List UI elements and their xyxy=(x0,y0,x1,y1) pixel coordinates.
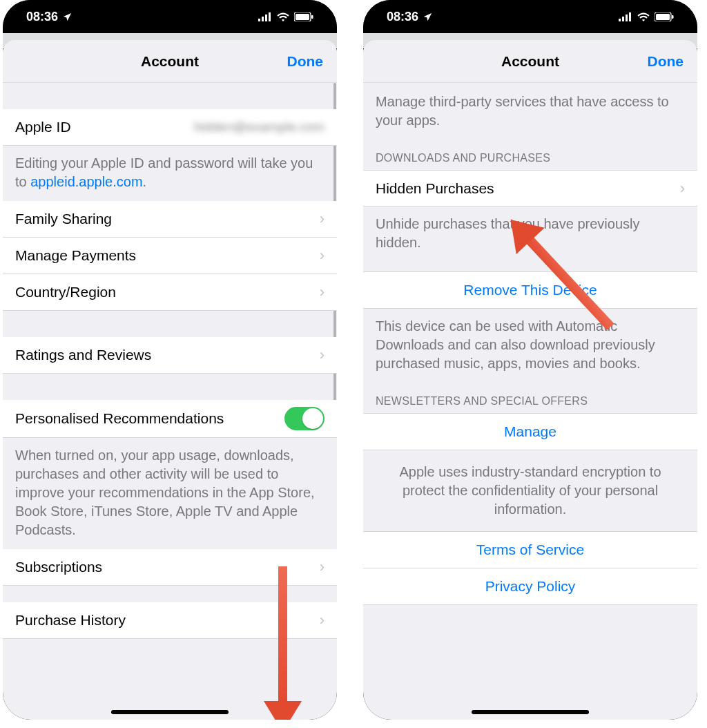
page-title: Account xyxy=(141,53,199,70)
svg-rect-14 xyxy=(656,14,670,20)
apple-id-value: hidden@example.com xyxy=(194,119,325,135)
purchase-history-label: Purchase History xyxy=(15,612,126,629)
apple-id-label: Apple ID xyxy=(15,119,71,135)
svg-rect-15 xyxy=(672,15,674,19)
cellular-icon xyxy=(258,12,272,21)
wifi-icon xyxy=(637,12,650,21)
remove-device-button[interactable]: Remove This Device xyxy=(363,271,697,309)
country-region-row[interactable]: Country/Region › xyxy=(3,274,337,311)
svg-rect-0 xyxy=(258,19,260,21)
chevron-right-icon: › xyxy=(320,285,325,300)
hidden-purchases-label: Hidden Purchases xyxy=(376,180,494,197)
svg-rect-11 xyxy=(626,15,628,21)
phone-right: 08:36 Account Done Manage third-party se… xyxy=(363,0,697,720)
done-button[interactable]: Done xyxy=(648,53,684,70)
status-bar: 08:36 xyxy=(3,0,337,33)
svg-marker-8 xyxy=(264,701,302,720)
manage-payments-row[interactable]: Manage Payments › xyxy=(3,238,337,274)
content-left[interactable]: Apple ID hidden@example.com Editing your… xyxy=(3,83,337,720)
manage-payments-label: Manage Payments xyxy=(15,247,136,264)
personalised-toggle[interactable] xyxy=(284,407,325,430)
status-time: 08:36 xyxy=(26,10,58,24)
subscriptions-label: Subscriptions xyxy=(15,559,102,575)
page-title: Account xyxy=(501,53,559,70)
family-sharing-row[interactable]: Family Sharing › xyxy=(3,201,337,238)
ratings-reviews-label: Ratings and Reviews xyxy=(15,347,151,363)
svg-rect-1 xyxy=(262,17,264,21)
terms-of-service-link[interactable]: Terms of Service xyxy=(363,531,697,568)
country-region-label: Country/Region xyxy=(15,284,116,300)
personalised-row[interactable]: Personalised Recommendations xyxy=(3,400,337,438)
newsletters-header: Newsletters and Special Offers xyxy=(363,383,697,413)
phone-left: 08:36 Account Done Apple ID xyxy=(3,0,337,720)
personalised-help: When turned on, your app usage, download… xyxy=(3,438,337,549)
personalised-label: Personalised Recommendations xyxy=(15,410,224,427)
svg-rect-2 xyxy=(265,15,267,21)
family-sharing-label: Family Sharing xyxy=(15,211,112,227)
downloads-header: Downloads and Purchases xyxy=(363,140,697,170)
remove-device-help: This device can be used with Automatic D… xyxy=(363,309,697,383)
svg-rect-10 xyxy=(622,17,624,21)
battery-icon xyxy=(655,12,674,21)
chevron-right-icon: › xyxy=(320,613,325,628)
appleid-link[interactable]: appleid.apple.com xyxy=(30,174,142,189)
chevron-right-icon: › xyxy=(320,248,325,263)
svg-rect-12 xyxy=(629,12,631,21)
cellular-icon xyxy=(619,12,632,21)
nav-header: Account Done xyxy=(3,40,337,83)
home-indicator[interactable] xyxy=(472,710,589,714)
subscriptions-row[interactable]: Subscriptions › xyxy=(3,549,337,586)
content-right[interactable]: Manage third-party services that have ac… xyxy=(363,83,697,720)
wifi-icon xyxy=(277,12,289,21)
svg-rect-5 xyxy=(296,14,309,20)
chevron-right-icon: › xyxy=(320,211,325,227)
location-icon xyxy=(423,12,433,22)
hidden-purchases-help: Unhide purchases that you have previousl… xyxy=(363,207,697,262)
svg-rect-9 xyxy=(619,19,621,21)
battery-icon xyxy=(294,12,313,21)
apple-id-row[interactable]: Apple ID hidden@example.com xyxy=(3,109,337,146)
account-sheet: Account Done Manage third-party services… xyxy=(363,40,697,720)
encryption-text: Apple uses industry-standard encryption … xyxy=(363,450,697,531)
connected-apps-help: Manage third-party services that have ac… xyxy=(363,83,697,140)
hidden-purchases-row[interactable]: Hidden Purchases › xyxy=(363,170,697,207)
manage-newsletters-button[interactable]: Manage xyxy=(363,413,697,450)
nav-header: Account Done xyxy=(363,40,697,83)
done-button[interactable]: Done xyxy=(287,53,324,70)
ratings-reviews-row[interactable]: Ratings and Reviews › xyxy=(3,337,337,374)
chevron-right-icon: › xyxy=(680,181,685,196)
purchase-history-row[interactable]: Purchase History › xyxy=(3,602,337,639)
svg-rect-3 xyxy=(269,12,271,21)
home-indicator[interactable] xyxy=(111,710,229,714)
status-time: 08:36 xyxy=(387,10,418,24)
svg-rect-6 xyxy=(311,15,313,19)
privacy-policy-link[interactable]: Privacy Policy xyxy=(363,568,697,605)
apple-id-help: Editing your Apple ID and password will … xyxy=(3,146,337,201)
chevron-right-icon: › xyxy=(320,347,325,363)
status-bar: 08:36 xyxy=(363,0,697,33)
chevron-right-icon: › xyxy=(320,559,325,575)
account-sheet: Account Done Apple ID hidden@example.com… xyxy=(3,40,337,720)
location-icon xyxy=(62,12,72,22)
